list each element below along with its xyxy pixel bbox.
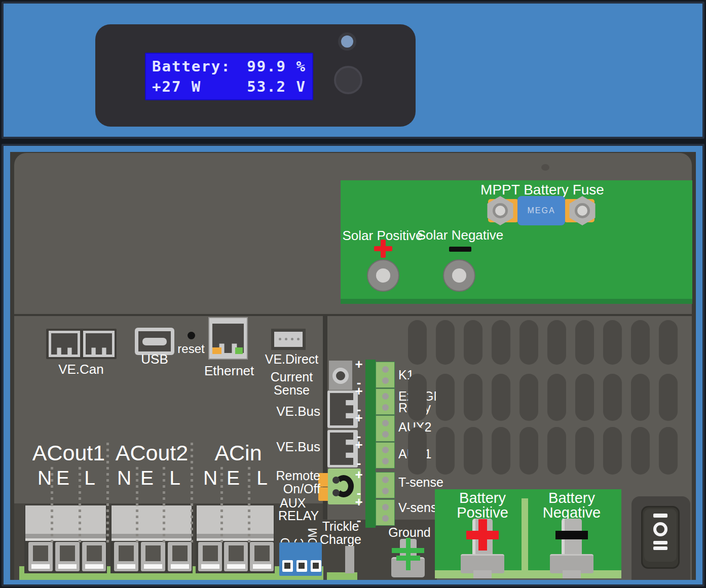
battery-positive-label-line1: Battery	[437, 490, 528, 505]
ac-group-label-acout2: ACout2	[110, 442, 193, 464]
vent-slot	[575, 427, 594, 475]
ac-screw-terminal[interactable]	[114, 542, 138, 571]
ve-bus-port-2-jack	[330, 433, 353, 465]
ac-terminal-block-acout1[interactable]	[24, 504, 107, 573]
lcd-battery-label: Battery:	[152, 56, 231, 76]
ground-icon	[406, 538, 411, 570]
io-plus-mark: +	[353, 467, 364, 483]
ac-letter: E	[222, 468, 244, 489]
ve-bus-label-1: VE.Bus	[251, 405, 320, 418]
io-plus-mark: +	[353, 357, 364, 372]
vent-slot	[436, 320, 455, 365]
remote-on-off-label-line1: Remote	[251, 469, 320, 482]
ve-can-port-2-jack	[86, 333, 112, 355]
trickle-charge-label-line2: Charge	[317, 533, 364, 546]
ve-can-label: VE.Can	[46, 363, 117, 376]
io-terminal-block[interactable]	[376, 362, 395, 388]
ve-bus-port-1-jack	[330, 393, 353, 425]
vent-slot	[492, 427, 510, 475]
wire-guide-dotted-line	[79, 467, 81, 543]
vent-slot	[575, 374, 594, 421]
wire-guide-dotted-line	[51, 467, 53, 543]
aux-relay-screw[interactable]	[282, 560, 293, 572]
ac-letter: L	[79, 468, 101, 489]
ve-direct-pin-1	[279, 338, 281, 340]
terminal-cover	[25, 505, 106, 534]
io-terminal-block[interactable]	[376, 472, 395, 498]
mega-fuse-body: MEGA	[517, 196, 565, 225]
lcd-line-1: Battery: 99.9 %	[146, 56, 312, 76]
reset-label: reset	[171, 342, 211, 355]
ac-screw-terminal[interactable]	[250, 542, 274, 571]
wire-guide-dotted-line	[163, 467, 165, 543]
usb-port-tongue	[142, 338, 167, 345]
ac-screw-terminal[interactable]	[141, 542, 165, 571]
pcb-edge-strip-2	[327, 572, 357, 580]
ground-label: Ground	[383, 526, 436, 539]
wire-guide-dotted-line	[248, 467, 250, 543]
vent-slot	[436, 427, 455, 475]
io-terminal-block[interactable]	[376, 415, 395, 442]
reset-button[interactable]	[188, 332, 195, 339]
solar-positive-terminal-cap	[376, 268, 390, 283]
ac-screw-terminal[interactable]	[168, 542, 192, 571]
solar-negative-terminal-cap	[452, 268, 466, 283]
vent-slot	[436, 374, 455, 421]
battery-negative-label-line1: Battery	[526, 490, 617, 505]
io-label-t-sense: T-sense	[398, 477, 474, 488]
ve-direct-pin-3	[291, 338, 293, 340]
ac-terminal-block-acout2[interactable]	[110, 504, 193, 573]
terminal-band	[197, 534, 274, 538]
io-terminal-block[interactable]	[376, 442, 395, 468]
battery-negative-label-line2: Negative	[526, 505, 617, 520]
ac-screw-terminal[interactable]	[82, 542, 106, 571]
ac-screw-terminal[interactable]	[198, 542, 222, 571]
vent-slot	[603, 320, 622, 365]
ac-screw-terminal[interactable]	[224, 542, 248, 571]
battery-positive-bolt-below	[473, 570, 492, 578]
ac-letter: N	[199, 468, 221, 489]
plus-icon-vertical	[381, 240, 386, 258]
terminal-cover	[112, 505, 192, 534]
ac-letter: L	[164, 468, 186, 489]
ac-terminal-block-acin[interactable]	[196, 504, 275, 573]
io-terminal-block[interactable]	[376, 499, 395, 526]
vent-slot	[547, 374, 566, 421]
io-plus-mark: +	[353, 437, 364, 453]
terminal-band	[25, 534, 106, 538]
battery-positive-label-line2: Positive	[437, 505, 528, 520]
ethernet-label: Ethernet	[204, 364, 252, 378]
ve-direct-pin-2	[285, 338, 287, 340]
lcd-line-2: +27 W 53.2 V	[146, 76, 312, 97]
terminal-cover	[197, 505, 274, 534]
io-terminal-block[interactable]	[376, 388, 395, 415]
vent-slot	[603, 374, 622, 421]
switch-off-icon	[653, 522, 667, 536]
mppt-battery-fuse-label: MPPT Battery Fuse	[446, 182, 639, 197]
ac-screw-terminal[interactable]	[55, 542, 80, 571]
lcd-power-value: +27 W	[152, 76, 201, 97]
ve-direct-label: VE.Direct	[263, 352, 321, 366]
trickle-charge-post[interactable]	[345, 546, 354, 573]
ve-can-port-1-jack	[51, 333, 78, 355]
menu-button[interactable]	[334, 66, 362, 94]
wire-guide-dotted-line	[136, 467, 138, 543]
ac-group-label-acout1: ACout1	[27, 442, 110, 464]
switch-on-icon	[653, 514, 667, 518]
fuse-nut-left-cap	[495, 206, 505, 216]
aux-relay-screw[interactable]	[296, 560, 307, 572]
ac-letter: E	[136, 468, 158, 489]
vent-slot	[659, 427, 678, 475]
terminal-band	[112, 534, 192, 538]
ground-icon-bar1	[392, 548, 424, 553]
ac-screw-terminal[interactable]	[28, 542, 53, 571]
screw-slot	[284, 563, 290, 569]
current-sense-jack[interactable]	[332, 368, 349, 384]
io-plus-mark: +	[353, 383, 364, 399]
vent-slot	[631, 427, 650, 475]
ac-letter: N	[113, 468, 135, 489]
aux-relay-terminal-block[interactable]	[279, 542, 322, 576]
ve-direct-pin-4	[297, 338, 300, 340]
aux-relay-screw[interactable]	[311, 560, 321, 572]
ethernet-led-orange	[212, 347, 221, 354]
